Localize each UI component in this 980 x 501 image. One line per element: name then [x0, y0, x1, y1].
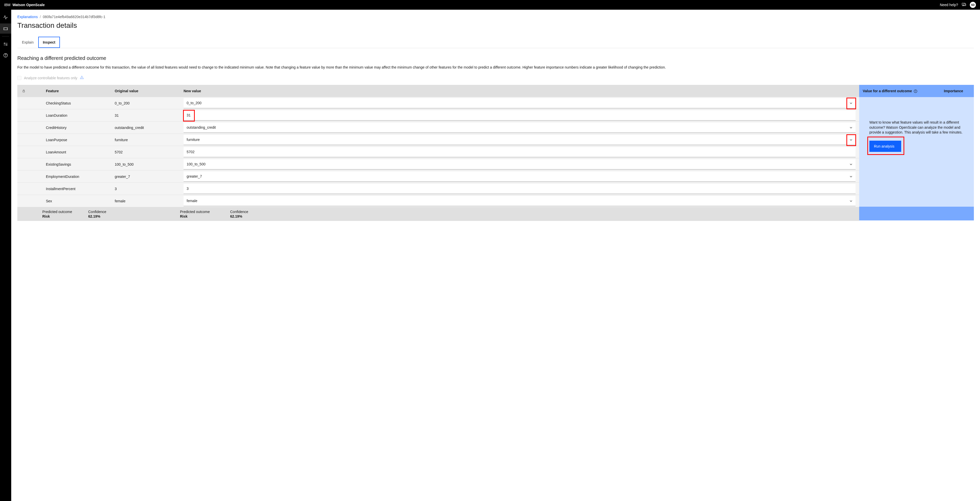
analyze-checkbox[interactable] — [18, 76, 21, 80]
foot-left-value1: Risk — [42, 214, 88, 218]
table-row: ExistingSavings100_to_500100_to_500 — [18, 158, 859, 170]
row-feature: LoanDuration — [42, 113, 111, 118]
row-original-value: greater_7 — [111, 175, 180, 179]
row-newval-cell: female — [180, 196, 859, 206]
row-original-value: 100_to_500 — [111, 162, 180, 166]
brand-product: Watson OpenScale — [13, 3, 45, 7]
brand: IBM Watson OpenScale — [4, 3, 45, 7]
breadcrumb-root[interactable]: Explanations — [18, 15, 38, 19]
sidebar-item-help[interactable] — [0, 50, 11, 60]
row-original-value: outstanding_credit — [111, 126, 180, 130]
table-row: Sexfemalefemale — [18, 195, 859, 207]
row-feature: LoanPurpose — [42, 138, 111, 142]
row-newval-cell: furniture — [180, 135, 859, 145]
description: For the model to have predicted a differ… — [18, 65, 974, 70]
row-newval-cell: outstanding_credit — [180, 122, 859, 133]
sidebar-divider — [2, 36, 9, 37]
right-panel-hint: Want to know what feature values will re… — [869, 120, 964, 135]
sidebar-item-ticket[interactable] — [0, 24, 11, 33]
row-feature: LoanAmount — [42, 150, 111, 154]
help-link[interactable]: Need help? — [940, 3, 958, 7]
breadcrumb-current: 080fa71e4efb49a6820e314b7df3d8fc-1 — [43, 15, 105, 19]
svg-rect-12 — [23, 91, 25, 92]
breadcrumb: Explanations / 080fa71e4efb49a6820e314b7… — [18, 15, 974, 19]
foot-left-label2: Confidence — [88, 210, 180, 214]
foot-right-value2: 62.19% — [230, 214, 248, 218]
row-newval-cell — [180, 147, 859, 157]
tabs: Explain Inspect — [18, 37, 974, 48]
table-header-right: Value for a different outcome Importance — [859, 85, 974, 97]
table-row: LoanDuration31 — [18, 109, 859, 122]
newval-select[interactable]: 0_to_200 — [183, 98, 856, 108]
row-newval-cell: 100_to_500 — [180, 159, 859, 169]
global-header: IBM Watson OpenScale Need help? SD — [0, 0, 980, 10]
avatar[interactable]: SD — [970, 2, 976, 8]
row-original-value: 31 — [111, 113, 180, 118]
section-title: Reaching a different predicted outcome — [18, 55, 974, 61]
info-icon[interactable] — [912, 89, 918, 93]
row-feature: CheckingStatus — [42, 101, 111, 105]
newval-select[interactable]: greater_7 — [183, 172, 856, 182]
lock-column-header — [18, 89, 42, 93]
table-header-left: Feature Original value New value — [18, 85, 859, 97]
foot-left-value2: 62.19% — [88, 214, 180, 218]
newval-select[interactable]: 100_to_500 — [183, 159, 856, 169]
newval-input[interactable] — [183, 147, 856, 157]
row-original-value: 3 — [111, 187, 180, 191]
row-feature: CreditHistory — [42, 126, 111, 130]
row-newval-cell — [180, 110, 859, 121]
row-original-value: 0_to_200 — [111, 101, 180, 105]
newval-select[interactable]: female — [183, 196, 856, 206]
row-original-value: furniture — [111, 138, 180, 142]
row-original-value: female — [111, 199, 180, 203]
newval-select[interactable]: furniture — [183, 135, 856, 145]
row-newval-cell: 0_to_200 — [180, 98, 859, 108]
row-newval-cell: greater_7 — [180, 172, 859, 182]
right-panel-body: Want to know what feature values will re… — [859, 97, 974, 207]
table-footer-right — [859, 207, 974, 220]
row-newval-cell — [180, 184, 859, 194]
table-row: InstallmentPercent3 — [18, 183, 859, 195]
table-row: CreditHistoryoutstanding_creditoutstandi… — [18, 122, 859, 134]
lock-icon — [22, 89, 25, 93]
run-analysis-button[interactable]: Run analysis — [869, 141, 901, 152]
sidebar-item-activity[interactable] — [0, 12, 11, 22]
importance-col-header: Importance — [933, 89, 974, 93]
brand-ibm: IBM — [4, 3, 10, 7]
svg-point-2 — [4, 43, 5, 44]
features-panel: Feature Original value New value Checkin… — [18, 85, 974, 221]
analyze-checkbox-row: Analyze controllable features only — [18, 75, 974, 80]
newval-col-header: New value — [180, 89, 859, 93]
original-col-header: Original value — [111, 89, 180, 93]
row-feature: InstallmentPercent — [42, 187, 111, 191]
table-footer-left: Predicted outcome Risk Confidence 62.19% — [18, 207, 859, 221]
newval-input[interactable] — [183, 184, 856, 194]
foot-left-label1: Predicted outcome — [42, 210, 88, 214]
sidebar-item-settings[interactable] — [0, 39, 11, 49]
foot-right-label2: Confidence — [230, 210, 248, 214]
page-title: Transaction details — [18, 21, 974, 30]
tab-inspect[interactable]: Inspect — [38, 37, 60, 48]
row-feature: ExistingSavings — [42, 162, 111, 166]
feature-col-header: Feature — [42, 89, 111, 93]
newval-select[interactable]: outstanding_credit — [183, 122, 856, 133]
chat-icon[interactable] — [962, 2, 966, 8]
table-row: LoanAmount5702 — [18, 146, 859, 158]
row-feature: Sex — [42, 199, 111, 203]
row-original-value: 5702 — [111, 150, 180, 154]
tab-explain[interactable]: Explain — [18, 37, 38, 48]
row-feature: EmploymentDuration — [42, 175, 111, 179]
foot-right-label1: Predicted outcome — [180, 210, 210, 214]
analyze-checkbox-label: Analyze controllable features only — [24, 76, 77, 80]
newval-input[interactable] — [183, 110, 856, 121]
sidebar — [0, 10, 11, 501]
table-row: CheckingStatus0_to_2000_to_200 — [18, 97, 859, 109]
main: Explanations / 080fa71e4efb49a6820e314b7… — [11, 10, 980, 501]
diff-col-header: Value for a different outcome — [863, 89, 912, 93]
breadcrumb-sep: / — [40, 15, 41, 19]
warning-icon — [80, 75, 84, 80]
table-row: LoanPurposefurniturefurniture — [18, 134, 859, 146]
svg-rect-0 — [962, 3, 965, 5]
foot-right-value1: Risk — [180, 214, 210, 218]
svg-point-5 — [6, 45, 7, 45]
